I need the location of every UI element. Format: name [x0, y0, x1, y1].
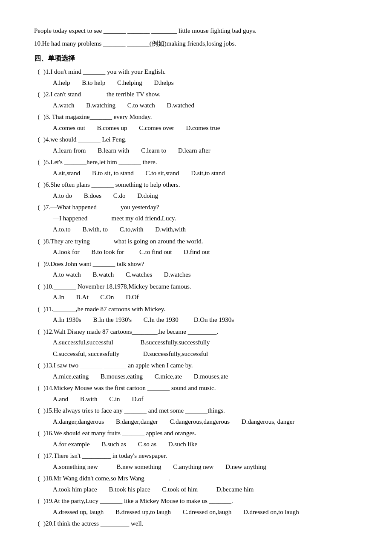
q10-paren: ( [34, 281, 43, 292]
question-7: ( )7.—What happened _______you yesterday… [34, 202, 358, 235]
q18-text: )18.Mr Wang didn't come,so Mrs Wang ____… [43, 473, 358, 484]
question-6: ( )6.She often plans _______ something t… [34, 179, 358, 201]
q7-paren: ( [34, 202, 43, 213]
q15-opt-d: D.dangerous, danger [242, 416, 295, 428]
q18-opt-b: B.took his place [109, 484, 150, 495]
q16-opt-c: C.so as [138, 439, 156, 450]
q12-options-2: C.successful, successfully D.successfull… [34, 349, 358, 360]
q6-opt-d: D.doing [137, 191, 158, 202]
q14-paren: ( [34, 383, 43, 394]
question-18: ( )18.Mr Wang didn't come,so Mrs Wang __… [34, 473, 358, 495]
q15-paren: ( [34, 405, 43, 416]
question-15: ( )15.He always tries to face any ______… [34, 405, 358, 427]
q5-paren: ( [34, 157, 43, 168]
q18-opt-a: A.took him place [53, 484, 97, 495]
q6-options: A.to do B.does C.do D.doing [34, 191, 358, 202]
q2-opt-a: A.watch [53, 100, 74, 111]
question-8: ( )8.They are trying _______what is goin… [34, 236, 358, 258]
q18-opt-c: C.took of him [162, 484, 198, 495]
q8-options: A.look for B.to look for C.to find out D… [34, 247, 358, 258]
q13-opt-b: B.mouses,eating [101, 371, 143, 382]
q3-options: A.comes out B.comes up C.comes over D.co… [34, 123, 358, 134]
q9-opt-c: C.watches [126, 269, 152, 280]
q3-opt-a: A.comes out [53, 123, 85, 134]
question-2: ( )2.I can't stand _______ the terrible … [34, 89, 358, 111]
q13-options: A.mice,eating B.mouses,eating C.mice,ate… [34, 371, 358, 382]
q18-opt-d: D,became him [216, 484, 254, 495]
q1-opt-a: A.help [53, 78, 70, 89]
q11-opt-c: C.In the 1930 [144, 315, 179, 326]
q14-opt-d: D.of [132, 394, 143, 405]
q7-opt-d: D.with,with [155, 224, 186, 235]
q1-text: )1.I don't mind _______ you with your En… [43, 66, 358, 78]
question-12: ( )12.Walt Disney made 87 cartoons______… [34, 327, 358, 360]
q13-opt-c: C.mice,ate [155, 371, 182, 382]
q10-opt-d: D.Of [126, 292, 138, 303]
q18-options: A.took him place B.took his place C.took… [34, 484, 358, 495]
intro-line2: 10.He had many problems _______ _______(… [34, 38, 358, 49]
q14-text: )14.Mickey Mouse was the first cartoon _… [43, 383, 358, 394]
q10-options: A.In B.At C.On D.Of [34, 292, 358, 303]
q5-text: )5.Let's _______here,let him _______ the… [43, 157, 358, 168]
worksheet-container: People today expect to see _______ _____… [34, 26, 358, 529]
q18-paren: ( [34, 473, 43, 484]
q6-text: )6.She often plans _______ something to … [43, 179, 358, 191]
question-5: ( )5.Let's _______here,let him _______ t… [34, 157, 358, 179]
q1-opt-d: D.helps [154, 78, 173, 89]
q1-opt-c: C.helping [117, 78, 142, 89]
q17-opt-d: D.new anything [225, 462, 266, 473]
question-17: ( )17.There isn't _________ in today's n… [34, 451, 358, 472]
q2-paren: ( [34, 89, 43, 100]
q16-text: )16.We should eat many fruits _______ ap… [43, 428, 358, 439]
question-16: ( )16.We should eat many fruits _______ … [34, 428, 358, 450]
q8-text: )8.They are trying _______what is going … [43, 236, 358, 247]
question-3: ( )3. That magazine_______ every Monday.… [34, 112, 358, 133]
q7-opt-c: C.to,with [120, 224, 144, 235]
q17-opt-c: C.anything new [173, 462, 213, 473]
q15-opt-a: A.danger,dangerous [53, 416, 104, 428]
q16-paren: ( [34, 428, 43, 439]
question-20: ( )20.I think the actress _________ well… [34, 518, 358, 529]
q2-text: )2.I can't stand _______ the terrible TV… [43, 89, 358, 100]
q8-opt-a: A.look for [53, 247, 80, 258]
q11-opt-a: A.In 1930s [53, 315, 81, 326]
q4-options: A.learn from B.learn with C.learn to D.l… [34, 145, 358, 156]
q13-paren: ( [34, 360, 43, 371]
section-title: 四、单项选择 [34, 52, 358, 64]
q17-paren: ( [34, 451, 43, 462]
q20-paren: ( [34, 518, 43, 529]
question-14: ( )14.Mickey Mouse was the first cartoon… [34, 383, 358, 405]
q4-paren: ( [34, 134, 43, 145]
q2-opt-c: C.to watch [127, 100, 155, 111]
q10-opt-b: B.At [76, 292, 89, 303]
q5-opt-b: B.to sit, to stand [92, 168, 134, 179]
q9-options: A.to watch B.watch C.watches D.watches [34, 269, 358, 280]
q2-options: A.watch B.watching C.to watch D.watched [34, 100, 358, 111]
q13-opt-a: A.mice,eating [53, 371, 89, 382]
q12-opt-b: B.successfully,successfully [140, 337, 210, 348]
q15-opt-b: B.danger,danger [116, 416, 158, 428]
q5-opt-d: D.sit,to stand [191, 168, 225, 179]
q19-opt-a: A.dressed up, laugh [53, 507, 104, 518]
q8-opt-c: C.to find out [139, 247, 172, 258]
q3-opt-b: B.comes up [97, 123, 127, 134]
q15-text: )15.He always tries to face any _______ … [43, 405, 358, 416]
q7-options: A.to,to B.with, to C.to,with D.with,with [34, 224, 358, 235]
q7-opt-a: A.to,to [53, 224, 71, 235]
q3-opt-d: D.comes true [186, 123, 220, 134]
q3-text: )3. That magazine_______ every Monday. [43, 112, 358, 123]
question-19: ( )19.At the party,Lucy _______ like a M… [34, 496, 358, 517]
q9-opt-a: A.to watch [53, 269, 81, 280]
q10-opt-c: C.On [100, 292, 114, 303]
q17-opt-b: B.new something [117, 462, 161, 473]
q3-opt-c: C.comes over [139, 123, 174, 134]
q15-options: A.danger,dangerous B.danger,danger C.dan… [34, 416, 358, 428]
q1-paren: ( [34, 66, 43, 78]
q5-opt-c: C.to sit,stand [146, 168, 179, 179]
q4-opt-d: D.learn after [178, 145, 210, 156]
q3-paren: ( [34, 112, 43, 123]
q11-opt-b: B.In the 1930's [93, 315, 132, 326]
q6-opt-c: C.do [113, 191, 126, 202]
q4-text: )4.we should _______ Lei Feng. [43, 134, 358, 145]
q4-opt-c: C.learn to [141, 145, 166, 156]
